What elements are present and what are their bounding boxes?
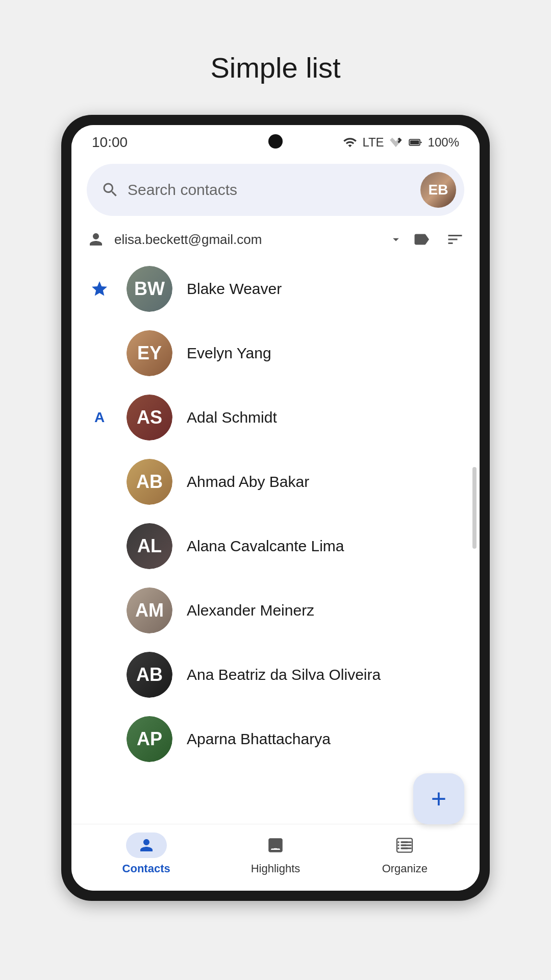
camera-cutout bbox=[268, 134, 283, 149]
contact-avatar: AS bbox=[127, 395, 172, 440]
contact-avatar: AP bbox=[127, 716, 172, 762]
contact-name: Blake Weaver bbox=[187, 280, 282, 298]
contact-name: Alana Cavalcante Lima bbox=[187, 537, 344, 555]
nav-icon-contacts-wrap bbox=[126, 832, 167, 858]
nav-item-highlights[interactable]: Highlights bbox=[211, 832, 340, 875]
status-bar: 10:00 LTE 10 bbox=[71, 125, 480, 156]
search-bar[interactable]: Search contacts EB bbox=[87, 164, 464, 216]
avatar-image: AL bbox=[127, 523, 172, 569]
avatar-image: EY bbox=[127, 330, 172, 376]
avatar-image: AS bbox=[127, 395, 172, 440]
contact-avatar: AL bbox=[127, 523, 172, 569]
avatar-image: AB bbox=[127, 459, 172, 505]
avatar-image: AM bbox=[127, 587, 172, 633]
nav-icon-organize-wrap bbox=[384, 832, 425, 858]
list-item[interactable]: AL Alana Cavalcante Lima bbox=[71, 514, 480, 578]
contact-avatar: EY bbox=[127, 330, 172, 376]
nav-icon-highlights-wrap bbox=[255, 832, 296, 858]
nav-label-organize: Organize bbox=[382, 862, 428, 875]
avatar-image: BW bbox=[127, 266, 172, 312]
list-item[interactable]: EY Evelyn Yang bbox=[71, 321, 480, 385]
contact-name: Evelyn Yang bbox=[187, 345, 271, 362]
nav-item-organize[interactable]: Organize bbox=[340, 832, 469, 875]
contact-name: Adal Schmidt bbox=[187, 409, 277, 426]
contact-avatar: AB bbox=[127, 652, 172, 698]
avatar-image: AB bbox=[127, 652, 172, 698]
list-item[interactable]: BW Blake Weaver bbox=[71, 257, 480, 321]
contact-list: BW Blake Weaver EY Evelyn Yang A AS Adal… bbox=[71, 257, 480, 824]
list-item[interactable]: AB Ahmad Aby Bakar bbox=[71, 450, 480, 514]
phone-screen: 10:00 LTE 10 bbox=[71, 125, 480, 891]
status-icons: LTE 100% bbox=[343, 135, 459, 150]
search-container: Search contacts EB bbox=[71, 156, 480, 222]
nav-item-contacts[interactable]: Contacts bbox=[82, 832, 211, 875]
account-row[interactable]: elisa.beckett@gmail.com bbox=[71, 222, 480, 257]
contact-name: Aparna Bhattacharya bbox=[187, 730, 331, 748]
wifi-icon bbox=[343, 135, 357, 150]
account-actions bbox=[412, 230, 464, 249]
highlights-icon bbox=[266, 836, 285, 854]
list-item[interactable]: AM Alexander Meinerz bbox=[71, 578, 480, 643]
svg-rect-1 bbox=[410, 140, 419, 144]
phone-frame: 10:00 LTE 10 bbox=[61, 115, 490, 901]
plus-icon: + bbox=[431, 786, 446, 812]
organize-icon bbox=[395, 836, 414, 854]
add-contact-button[interactable]: + bbox=[413, 773, 464, 824]
contact-avatar: AB bbox=[127, 459, 172, 505]
section-letter-a: A bbox=[87, 409, 112, 426]
user-avatar[interactable]: EB bbox=[420, 172, 456, 208]
star-icon bbox=[90, 280, 109, 298]
contact-avatar: AM bbox=[127, 587, 172, 633]
person-icon bbox=[87, 230, 105, 249]
search-placeholder[interactable]: Search contacts bbox=[128, 181, 412, 199]
list-item[interactable]: A AS Adal Schmidt bbox=[71, 385, 480, 450]
contact-avatar: BW bbox=[127, 266, 172, 312]
nav-label-contacts: Contacts bbox=[122, 862, 170, 875]
status-time: 10:00 bbox=[92, 134, 128, 151]
battery-icon bbox=[409, 135, 423, 150]
signal-icon bbox=[389, 135, 404, 150]
contact-name: Alexander Meinerz bbox=[187, 602, 314, 619]
bottom-navigation: Contacts Highlights bbox=[71, 824, 480, 891]
filter-icon[interactable] bbox=[446, 230, 464, 249]
contact-name: Ana Beatriz da Silva Oliveira bbox=[187, 666, 381, 683]
label-icon[interactable] bbox=[412, 230, 431, 249]
search-icon bbox=[101, 181, 119, 199]
scrollbar bbox=[472, 467, 477, 549]
account-email: elisa.beckett@gmail.com bbox=[114, 232, 380, 248]
page-title: Simple list bbox=[210, 51, 340, 84]
avatar-image: AP bbox=[127, 716, 172, 762]
nav-label-highlights: Highlights bbox=[251, 862, 300, 875]
lte-indicator: LTE bbox=[362, 135, 384, 150]
list-item[interactable]: AP Aparna Bhattacharya bbox=[71, 707, 480, 771]
battery-percent: 100% bbox=[428, 135, 459, 150]
list-item[interactable]: AB Ana Beatriz da Silva Oliveira bbox=[71, 643, 480, 707]
star-marker bbox=[87, 280, 112, 298]
chevron-down-icon bbox=[389, 232, 403, 247]
contacts-icon bbox=[137, 836, 156, 854]
contact-name: Ahmad Aby Bakar bbox=[187, 473, 309, 491]
